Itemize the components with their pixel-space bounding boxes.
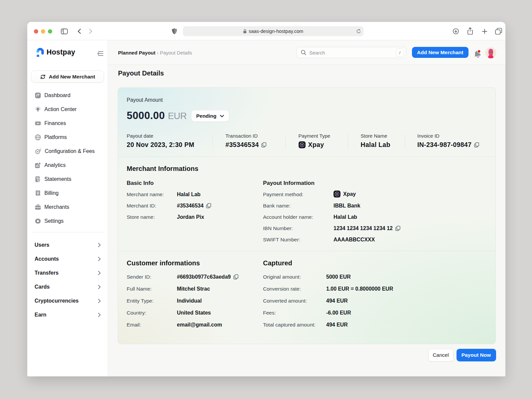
svg-text:$: $ bbox=[37, 193, 39, 195]
